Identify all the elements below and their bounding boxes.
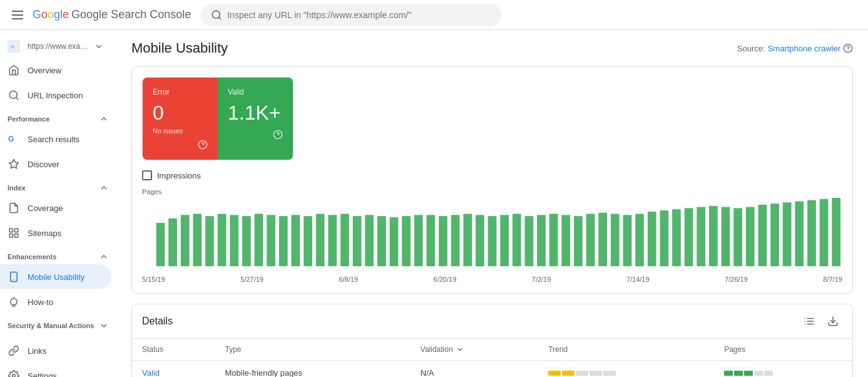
svg-rect-60 [611,214,620,266]
index-label: Index [8,184,26,192]
details-section: Details Status [131,304,853,377]
row-type: Mobile-friendly pages [215,361,411,378]
main-layout: G https://www.exampl... Overview URL Ins… [0,30,868,377]
svg-rect-57 [574,216,583,266]
google-icon: G [8,133,20,145]
svg-rect-44 [414,215,423,266]
impressions-checkbox[interactable] [142,170,152,180]
svg-rect-61 [623,215,632,266]
source-label: Source: [737,44,765,53]
content-header: Mobile Usability Source: Smartphone craw… [116,30,868,66]
x-label: 6/20/19 [434,276,457,283]
sidebar-item-coverage[interactable]: Coverage [0,195,111,220]
discover-icon [8,158,20,170]
col-validation-label: Validation [421,345,453,354]
sidebar-item-how-to[interactable]: How-to [0,289,111,314]
svg-rect-29 [230,215,238,266]
logo[interactable]: Google Google Search Console [33,8,191,21]
filter-icon [804,316,815,327]
search-input[interactable] [227,10,491,20]
filter-button[interactable] [800,312,819,331]
svg-rect-78 [832,198,840,266]
row-pages [714,361,852,378]
svg-rect-27 [205,216,214,266]
svg-rect-40 [365,215,374,266]
valid-help-icon[interactable] [273,130,283,140]
sidebar-item-links[interactable]: Links [0,338,111,363]
row-validation: N/A [411,361,538,378]
col-trend: Trend [538,339,714,361]
enhancements-section-header[interactable]: Enhancements [0,245,116,264]
download-icon [827,316,839,327]
table-container: Status Type Validation Trend Pages [132,338,852,377]
property-selector[interactable]: G https://www.exampl... [0,35,111,58]
logo-text: Google [33,8,69,21]
sidebar-item-mobile-usability[interactable]: Mobile Usability [0,264,111,289]
col-pages: Pages [714,339,852,361]
svg-rect-48 [463,214,472,266]
sidebar-item-search-results[interactable]: G Search results [0,127,111,152]
download-button[interactable] [824,312,842,331]
valid-link[interactable]: Valid [142,368,160,377]
home-icon [8,64,20,76]
sidebar-item-overview[interactable]: Overview [0,58,111,83]
svg-rect-41 [377,216,386,266]
svg-rect-11 [9,234,13,237]
col-validation[interactable]: Validation [411,339,538,360]
mobile-icon [8,271,20,283]
svg-rect-65 [672,209,681,266]
performance-section-header[interactable]: Performance [0,108,116,127]
svg-rect-46 [439,216,447,266]
svg-rect-37 [328,215,337,266]
search-icon [211,9,222,21]
sidebar-item-overview-label: Overview [28,66,61,75]
menu-button[interactable] [5,3,30,28]
sidebar-item-search-results-label: Search results [28,135,79,144]
search-bar [201,4,501,26]
status-cards-wrapper: Error 0 No issues Valid 1.1K+ [142,77,486,170]
svg-rect-32 [267,215,275,266]
svg-line-5 [16,97,18,99]
row-trend [538,361,714,378]
source-value[interactable]: Smartphone crawler [768,44,840,53]
content-body: Error 0 No issues Valid 1.1K+ [116,66,868,377]
col-type: Type [215,339,411,361]
svg-rect-38 [340,214,349,266]
security-label: Security & Manual Actions [8,322,94,329]
svg-rect-50 [488,216,497,266]
sidebar-item-settings[interactable]: Settings [0,363,111,377]
details-title: Details [142,316,173,327]
table-row: Valid Mobile-friendly pages N/A [132,361,852,378]
details-table: Status Type Validation Trend Pages [132,338,852,377]
sidebar-item-discover[interactable]: Discover [0,152,111,177]
page-title: Mobile Usability [131,40,228,56]
svg-rect-72 [758,205,767,266]
chart-y-label: Pages [142,188,842,195]
logo-subtext: Google Search Console [71,8,191,21]
svg-rect-74 [783,202,792,266]
error-help-icon[interactable] [198,140,208,150]
security-collapse-icon [99,321,109,331]
security-section-header[interactable]: Security & Manual Actions [0,314,116,333]
svg-rect-33 [279,216,288,266]
svg-rect-64 [660,210,668,266]
chart-svg [142,198,842,273]
x-label: 7/14/19 [626,276,650,283]
sidebar-item-url-inspection[interactable]: URL Inspection [0,83,111,108]
svg-rect-36 [316,214,325,266]
sidebar-item-links-label: Links [28,346,46,356]
help-icon[interactable] [843,43,853,53]
index-section-header[interactable]: Index [0,177,116,195]
svg-rect-51 [500,215,509,266]
chart-legend: Impressions [142,170,842,180]
sidebar-item-sitemaps[interactable]: Sitemaps [0,220,111,245]
svg-text:G: G [8,135,14,143]
svg-rect-69 [722,207,730,267]
property-name: https://www.exampl... [28,42,91,51]
sidebar-item-discover-label: Discover [28,160,59,169]
hamburger-icon [12,11,23,19]
svg-rect-71 [746,207,755,267]
svg-rect-43 [402,216,411,266]
sitemaps-icon [8,227,20,239]
svg-rect-54 [537,215,546,266]
